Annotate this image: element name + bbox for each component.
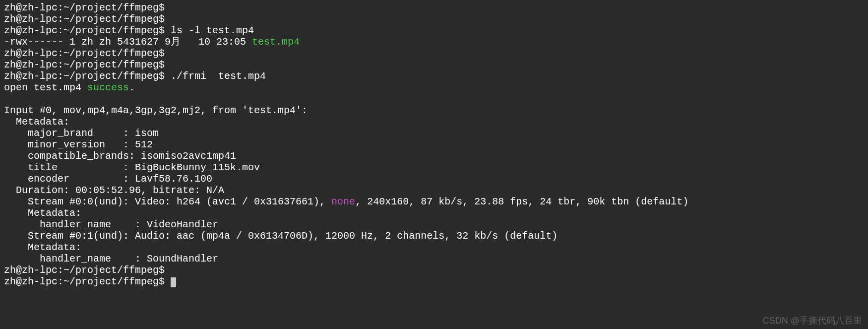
stream-0-metadata: Metadata:	[4, 207, 81, 219]
stream-0-suffix: , 240x160, 87 kb/s, 23.88 fps, 24 tbr, 9…	[355, 196, 688, 207]
prompt: zh@zh-lpc:~/project/ffmpeg$	[4, 70, 165, 82]
metadata-header: Metadata:	[4, 116, 69, 128]
stream-1: Stream #0:1(und): Audio: aac (mp4a / 0x6…	[4, 230, 558, 242]
ls-filename: test.mp4	[252, 36, 300, 48]
prompt: zh@zh-lpc:~/project/ffmpeg$	[4, 13, 165, 25]
stream-1-handler: handler_name : SoundHandler	[4, 253, 218, 264]
prompt: zh@zh-lpc:~/project/ffmpeg$	[4, 264, 165, 276]
meta-compatible-brands: compatible_brands: isomiso2avc1mp41	[4, 150, 236, 162]
terminal-output[interactable]: zh@zh-lpc:~/project/ffmpeg$ zh@zh-lpc:~/…	[4, 2, 864, 287]
open-text-prefix: open test.mp4	[4, 82, 87, 93]
command-ls: ls -l test.mp4	[165, 25, 254, 36]
prompt: zh@zh-lpc:~/project/ffmpeg$	[4, 2, 165, 13]
stream-0-prefix: Stream #0:0(und): Video: h264 (avc1 / 0x…	[4, 196, 331, 207]
cursor-icon	[171, 277, 176, 287]
stream-0-handler: handler_name : VideoHandler	[4, 219, 218, 230]
prompt: zh@zh-lpc:~/project/ffmpeg$	[4, 59, 165, 70]
prompt: zh@zh-lpc:~/project/ffmpeg$	[4, 48, 165, 59]
meta-title: title : BigBuckBunny_115k.mov	[4, 162, 260, 173]
prompt: zh@zh-lpc:~/project/ffmpeg$	[4, 25, 165, 36]
duration-line: Duration: 00:05:52.96, bitrate: N/A	[4, 185, 224, 196]
stream-0-pixfmt: none	[331, 196, 355, 207]
stream-1-metadata: Metadata:	[4, 242, 81, 253]
command-frmi: ./frmi test.mp4	[165, 70, 266, 82]
ls-permissions: -rwx------ 1 zh zh 5431627 9月 10 23:05	[4, 36, 252, 48]
open-text-suffix: .	[129, 82, 135, 93]
meta-encoder: encoder : Lavf58.76.100	[4, 173, 212, 185]
watermark-text: CSDN @手撕代码八百里	[763, 316, 862, 326]
input-header: Input #0, mov,mp4,m4a,3gp,3g2,mj2, from …	[4, 105, 308, 116]
meta-major-brand: major_brand : isom	[4, 128, 159, 139]
open-success: success	[87, 82, 129, 93]
meta-minor-version: minor_version : 512	[4, 139, 153, 150]
prompt: zh@zh-lpc:~/project/ffmpeg$	[4, 276, 165, 287]
